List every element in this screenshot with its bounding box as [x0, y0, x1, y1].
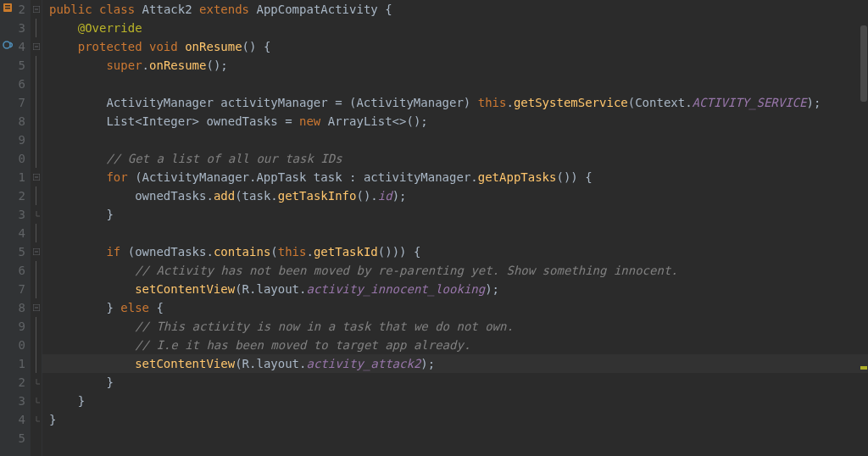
- code-line[interactable]: ActivityManager activityManager = (Activ…: [42, 93, 868, 112]
- svg-rect-1: [5, 5, 10, 7]
- code-token: () {: [242, 40, 271, 53]
- code-token: ArrayList<>();: [328, 114, 428, 128]
- code-line[interactable]: // I.e it has been moved to target app a…: [42, 336, 868, 354]
- code-token: ACTIVITY_SERVICE: [693, 96, 807, 109]
- code-token: .: [306, 245, 313, 259]
- fold-guide: [31, 149, 42, 168]
- fold-toggle-open-icon[interactable]: [31, 168, 42, 186]
- fold-guide: [31, 336, 42, 354]
- line-number: 5: [0, 56, 27, 75]
- code-line[interactable]: [42, 131, 868, 149]
- code-line[interactable]: if (ownedTasks.contains(this.getTaskId()…: [42, 242, 868, 261]
- code-line[interactable]: ownedTasks.add(task.getTaskInfo().id);: [42, 186, 868, 205]
- line-number: 0: [0, 336, 27, 354]
- fold-end-icon: [31, 373, 42, 392]
- fold-guide: [31, 112, 42, 131]
- code-line[interactable]: public class Attack2 extends AppCompatAc…: [42, 0, 868, 19]
- fold-guide: [31, 317, 42, 336]
- code-token: onResume: [149, 58, 206, 72]
- code-line[interactable]: setContentView(R.layout.activity_innocen…: [42, 280, 868, 298]
- code-token: (ActivityManager.AppTask task : activity…: [135, 170, 478, 184]
- code-line[interactable]: } else {: [42, 298, 868, 317]
- code-line[interactable]: }: [42, 410, 868, 429]
- code-token: ().: [356, 189, 377, 203]
- line-number: 2: [0, 186, 27, 205]
- code-token: [49, 245, 106, 259]
- code-editor[interactable]: 234567890123456789012345 public class At…: [0, 0, 868, 456]
- code-token: .: [506, 96, 513, 109]
- code-line[interactable]: [42, 75, 868, 93]
- code-line[interactable]: @Override: [42, 19, 868, 37]
- code-line[interactable]: }: [42, 373, 868, 392]
- code-token: id: [378, 189, 392, 203]
- code-token: [49, 338, 135, 352]
- code-line[interactable]: }: [42, 205, 868, 224]
- fold-toggle-open-icon[interactable]: [31, 0, 42, 19]
- override-method-icon[interactable]: [2, 39, 14, 51]
- code-token: (: [270, 245, 277, 259]
- code-line[interactable]: List<Integer> ownedTasks = new ArrayList…: [42, 112, 868, 131]
- fold-toggle-open-icon[interactable]: [31, 37, 42, 56]
- fold-guide: [31, 93, 42, 112]
- line-number: 8: [0, 112, 27, 131]
- code-line[interactable]: setContentView(R.layout.activity_attack2…: [42, 354, 868, 373]
- code-token: getAppTasks: [478, 170, 557, 184]
- code-token: [49, 264, 135, 277]
- code-token: );: [392, 189, 407, 203]
- fold-guide: [31, 56, 42, 75]
- code-token: for: [106, 170, 135, 184]
- code-token: @Override: [78, 21, 142, 35]
- fold-toggle-open-icon[interactable]: [31, 298, 42, 317]
- code-line[interactable]: [42, 429, 868, 448]
- code-token: );: [485, 282, 499, 296]
- vertical-scrollbar[interactable]: [860, 0, 868, 456]
- code-token: this: [278, 245, 307, 259]
- code-token: activity_innocent_looking: [306, 282, 485, 296]
- fold-toggle-open-icon[interactable]: [31, 242, 42, 261]
- line-number: 6: [0, 261, 27, 280]
- code-line[interactable]: [42, 224, 868, 242]
- line-number: 1: [0, 354, 27, 373]
- line-number: 4: [0, 410, 27, 429]
- fold-guide: [31, 354, 42, 373]
- line-number: 2: [0, 373, 27, 392]
- line-number: 2: [0, 0, 27, 19]
- fold-end-icon: [31, 392, 42, 410]
- code-area[interactable]: public class Attack2 extends AppCompatAc…: [42, 0, 868, 456]
- code-token: }: [49, 413, 56, 426]
- code-token: super: [106, 58, 142, 72]
- code-line[interactable]: for (ActivityManager.AppTask task : acti…: [42, 168, 868, 186]
- code-token: }: [49, 375, 114, 389]
- code-token: [49, 152, 106, 165]
- code-token: this: [478, 96, 507, 109]
- scrollbar-warning-marker[interactable]: [860, 366, 867, 370]
- code-line[interactable]: protected void onResume() {: [42, 37, 868, 56]
- fold-end-icon: [31, 410, 42, 429]
- code-line[interactable]: // This activity is now in a task that w…: [42, 317, 868, 336]
- code-token: );: [420, 357, 435, 370]
- scrollbar-thumb[interactable]: [860, 25, 867, 102]
- code-token: {: [385, 3, 392, 16]
- file-changed-icon: [2, 2, 14, 14]
- code-token: ();: [206, 58, 227, 72]
- code-line[interactable]: // Activity has not been moved by re-par…: [42, 261, 868, 280]
- code-line[interactable]: // Get a list of all our task IDs: [42, 149, 868, 168]
- line-number: 3: [0, 392, 27, 410]
- code-token: (task.: [235, 189, 278, 203]
- code-token: ownedTasks.: [49, 189, 214, 203]
- code-token: [49, 320, 135, 333]
- code-line[interactable]: }: [42, 392, 868, 410]
- code-token: // This activity is now in a task that w…: [135, 320, 514, 333]
- fold-column[interactable]: [31, 0, 42, 456]
- svg-point-3: [3, 42, 10, 48]
- line-number: 7: [0, 280, 27, 298]
- code-token: (R.layout.: [235, 357, 306, 370]
- svg-rect-2: [5, 8, 10, 9]
- code-token: contains: [214, 245, 270, 259]
- code-token: List<Integer> ownedTasks =: [49, 114, 299, 128]
- code-token: extends: [199, 3, 256, 16]
- code-token: [49, 282, 135, 296]
- fold-guide: [31, 75, 42, 93]
- code-line[interactable]: super.onResume();: [42, 56, 868, 75]
- code-token: ActivityManager activityManager = (Activ…: [49, 96, 478, 109]
